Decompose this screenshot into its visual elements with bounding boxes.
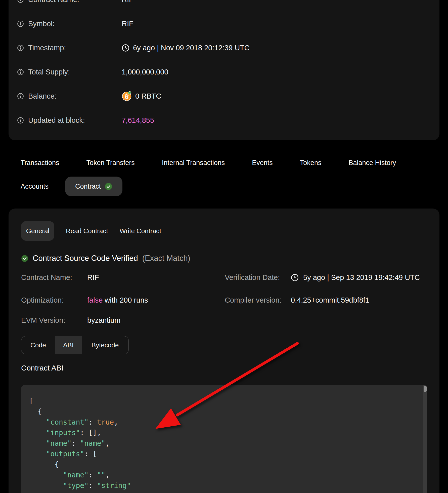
rbtc-icon: ₿: [122, 91, 132, 101]
info-row-total-supply: Total Supply: 1,000,000,000: [17, 60, 431, 84]
verified-banner: Contract Source Code Verified (Exact Mat…: [21, 253, 427, 263]
tab-accounts[interactable]: Accounts: [21, 183, 49, 190]
tab-contract-label: Contract: [75, 183, 101, 190]
contract-panel: General Read Contract Write Contract Con…: [9, 209, 439, 493]
info-icon[interactable]: [17, 20, 24, 27]
info-icon[interactable]: [17, 93, 24, 100]
tab-contract-active[interactable]: Contract: [65, 177, 122, 196]
compiler-version-value: 0.4.25+commit.59dbf8f1: [291, 295, 369, 305]
updated-block-link[interactable]: 7,614,855: [122, 116, 154, 125]
info-icon[interactable]: [17, 69, 24, 75]
tab-tokens[interactable]: Tokens: [300, 159, 322, 167]
timestamp-value: 6y ago | Nov 09 2018 20:12:39 UTC: [133, 44, 250, 52]
tab-write-contract[interactable]: Write Contract: [120, 227, 161, 235]
tab-row-1: Transactions Token Transfers Internal Tr…: [9, 153, 439, 173]
segment-bytecode[interactable]: Bytecode: [82, 336, 128, 354]
verification-date-value: 5y ago | Sep 13 2019 19:42:49 UTC: [291, 272, 420, 282]
segment-code[interactable]: Code: [21, 336, 55, 354]
evm-version-value: byzantium: [87, 315, 120, 325]
info-icon[interactable]: [17, 117, 24, 124]
info-icon[interactable]: [17, 0, 24, 3]
clock-icon: [122, 44, 129, 52]
info-value: RIF: [122, 20, 133, 28]
code-view-switch: Code ABI Bytecode: [21, 336, 129, 354]
info-row-timestamp: Timestamp: 6y ago | Nov 09 2018 20:12:39…: [17, 36, 431, 60]
optimization-flag: false: [87, 296, 103, 304]
contract-name-label: Contract Name:: [21, 272, 87, 282]
info-label: Updated at block:: [28, 116, 122, 125]
info-row-symbol: Symbol: RIF: [17, 12, 431, 36]
detail-row-3: EVM Version: byzantium: [21, 315, 427, 325]
verification-date-label: Verification Date:: [225, 272, 291, 282]
detail-row-1: Contract Name: RIF Verification Date: 5y…: [21, 272, 427, 282]
tab-transactions[interactable]: Transactions: [21, 159, 59, 167]
info-label: Balance:: [28, 92, 122, 100]
info-row-contract-name: Contract Name: RIF: [17, 0, 431, 12]
verified-match-type: (Exact Match): [142, 254, 190, 263]
tab-read-contract[interactable]: Read Contract: [66, 227, 108, 235]
info-row-updated-at-block: Updated at block: 7,614,855: [17, 108, 431, 132]
token-info-card: Contract Name: RIF Symbol: RIF Timestamp…: [9, 0, 439, 140]
verified-check-icon: [21, 255, 28, 262]
scrollbar-track: [423, 385, 427, 493]
verified-check-icon: [105, 183, 112, 190]
tab-balance-history[interactable]: Balance History: [348, 159, 396, 167]
tab-general-active[interactable]: General: [21, 221, 54, 241]
info-label: Symbol:: [28, 20, 122, 28]
contract-name-value: RIF: [87, 272, 99, 282]
abi-code-block[interactable]: [ { "constant": true, "inputs": [], "nam…: [21, 385, 427, 493]
abi-heading: Contract ABI: [21, 363, 427, 373]
scrollbar-thumb[interactable]: [424, 386, 427, 392]
evm-version-label: EVM Version:: [21, 315, 87, 325]
detail-row-2: Optimization: false with 200 runs Compil…: [21, 295, 427, 305]
token-contract-page: Contract Name: RIF Symbol: RIF Timestamp…: [0, 0, 448, 493]
optimization-label: Optimization:: [21, 295, 87, 305]
segment-abi-active[interactable]: ABI: [55, 336, 82, 354]
info-value: RIF: [122, 0, 133, 4]
info-label: Contract Name:: [28, 0, 122, 4]
info-label: Total Supply:: [28, 68, 122, 76]
verified-title: Contract Source Code Verified: [33, 254, 138, 263]
info-value: 1,000,000,000: [122, 68, 168, 76]
compiler-version-label: Compiler version:: [225, 295, 291, 305]
info-value: 6y ago | Nov 09 2018 20:12:39 UTC: [122, 44, 250, 52]
main-tab-bar: Transactions Token Transfers Internal Tr…: [9, 153, 439, 196]
optimization-value: false with 200 runs: [87, 295, 148, 305]
info-label: Timestamp:: [28, 44, 122, 52]
contract-sub-tabs: General Read Contract Write Contract: [21, 221, 427, 241]
info-value: ₿ 0 RBTC: [122, 91, 161, 101]
info-icon[interactable]: [17, 45, 24, 51]
tab-row-2: Accounts Contract: [9, 177, 439, 196]
tab-events[interactable]: Events: [252, 159, 273, 167]
clock-icon: [291, 274, 299, 281]
abi-code: [ { "constant": true, "inputs": [], "nam…: [29, 396, 417, 491]
balance-value: 0 RBTC: [135, 92, 161, 100]
tab-token-transfers[interactable]: Token Transfers: [86, 159, 135, 167]
contract-details: Contract Name: RIF Verification Date: 5y…: [21, 272, 427, 325]
tab-internal-transactions[interactable]: Internal Transactions: [162, 159, 225, 167]
info-row-balance: Balance: ₿ 0 RBTC: [17, 84, 431, 108]
